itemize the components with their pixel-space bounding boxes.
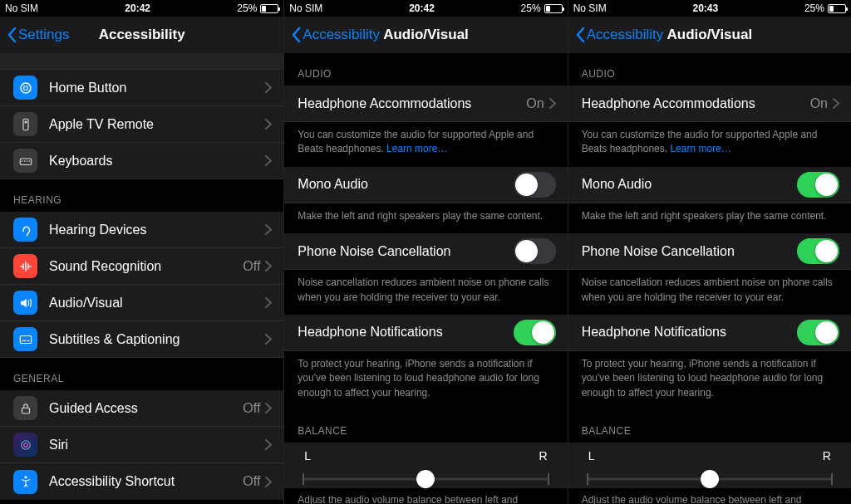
back-button[interactable]: Accessibility [291, 27, 380, 43]
learn-more-link[interactable]: Learn more… [386, 143, 447, 154]
row-label: Guided Access [49, 401, 243, 416]
settings-row-siri[interactable]: Siri [0, 427, 283, 463]
settings-row-hearing-devices[interactable]: Hearing Devices [0, 212, 283, 248]
back-button[interactable]: Settings [7, 27, 69, 43]
carrier-text: No SIM [5, 2, 38, 14]
back-label: Accessibility [303, 27, 380, 43]
svg-rect-4 [20, 159, 32, 165]
row-headphone-notifications: Headphone Notifications [568, 315, 851, 351]
footer-hn: To protect your hearing, iPhone sends a … [284, 351, 567, 410]
row-label: Keyboards [49, 154, 265, 169]
footer-headphone-accom: You can customize the audio for supporte… [284, 122, 567, 167]
headphone-notifications-toggle[interactable] [514, 320, 556, 345]
balance-left-label: L [588, 449, 595, 462]
row-label: Headphone Notifications [298, 325, 513, 340]
svg-rect-12 [22, 408, 29, 413]
svg-rect-9 [20, 335, 32, 343]
svg-point-14 [23, 443, 27, 447]
nav-bar: Settings Accessibility [0, 17, 283, 53]
accessibility-pane: No SIM 20:42 25% Settings Accessibility … [0, 0, 283, 504]
chevron-right-icon [265, 119, 272, 130]
group-header-balance: BALANCE [284, 410, 567, 443]
battery-icon [544, 4, 563, 13]
balance-slider[interactable] [587, 470, 833, 488]
row-label: Hearing Devices [49, 223, 265, 237]
balance-slider[interactable] [303, 470, 548, 488]
row-value: Off [243, 259, 260, 274]
siri-icon [13, 433, 37, 457]
row-value: Off [243, 401, 260, 416]
remote-icon [13, 112, 37, 136]
ear-icon [13, 218, 37, 242]
svg-point-3 [24, 120, 27, 123]
row-label: Mono Audio [582, 177, 797, 192]
battery-icon [260, 4, 278, 13]
footer-hn: To protect your hearing, iPhone sends a … [568, 351, 851, 410]
chevron-left-icon [291, 27, 301, 43]
row-value: On [526, 96, 544, 111]
carrier-text: No SIM [573, 2, 607, 14]
svg-rect-1 [23, 86, 27, 90]
audio-visual-pane: No SIM 20:43 25% Accessibility Audio/Vis… [568, 0, 851, 504]
settings-row-guided-access[interactable]: Guided Access Off [0, 390, 283, 427]
row-label: Mono Audio [298, 177, 513, 192]
row-label: Apple TV Remote [49, 117, 265, 132]
row-phone-noise-cancellation: Phone Noise Cancellation [568, 233, 851, 270]
clock-text: 20:42 [125, 2, 150, 14]
row-headphone-accommodations[interactable]: Headphone Accommodations On [284, 86, 567, 122]
group-header-balance: BALANCE [568, 410, 851, 443]
row-label: Siri [49, 438, 265, 453]
balance-left-label: L [304, 449, 311, 462]
phone-noise-cancellation-toggle[interactable] [514, 238, 556, 264]
group-header-general: GENERAL [0, 358, 283, 390]
settings-row-sound-recognition[interactable]: Sound Recognition Off [0, 248, 283, 285]
settings-row-subtitles-captioning[interactable]: Subtitles & Captioning [0, 321, 283, 358]
home-icon [13, 76, 37, 100]
row-label: Audio/Visual [49, 296, 265, 311]
nav-bar: Accessibility Audio/Visual [568, 17, 851, 53]
chevron-right-icon [549, 98, 556, 109]
settings-row-keyboards[interactable]: Keyboards [0, 143, 283, 179]
battery-pct: 25% [804, 2, 824, 14]
status-bar: No SIM 20:43 25% [568, 0, 851, 17]
row-mono-audio: Mono Audio [284, 167, 567, 203]
status-bar: No SIM 20:42 25% [284, 0, 567, 17]
chevron-left-icon [7, 27, 17, 43]
settings-row-home-button[interactable]: Home Button [0, 70, 283, 106]
back-button[interactable]: Accessibility [575, 27, 664, 43]
row-label: Phone Noise Cancellation [582, 244, 797, 259]
chevron-right-icon [265, 477, 272, 487]
svg-point-13 [21, 440, 30, 449]
settings-row-audio-visual[interactable]: Audio/Visual [0, 285, 283, 321]
chevron-right-icon [265, 224, 272, 235]
footer-mono-audio: Make the left and right speakers play th… [284, 203, 567, 233]
headphone-notifications-toggle[interactable] [797, 320, 839, 345]
back-label: Settings [18, 27, 69, 43]
speaker-icon [13, 291, 37, 315]
battery-pct: 25% [521, 2, 541, 14]
settings-row-accessibility-shortcut[interactable]: Accessibility Shortcut Off [0, 463, 283, 500]
row-label: Home Button [49, 81, 265, 95]
learn-more-link[interactable]: Learn more… [670, 143, 730, 154]
svg-point-0 [21, 83, 31, 93]
row-value: On [810, 96, 828, 111]
row-mono-audio: Mono Audio [568, 167, 851, 203]
row-label: Headphone Accommodations [582, 96, 810, 111]
keyboard-icon [13, 149, 37, 173]
row-headphone-accommodations[interactable]: Headphone Accommodations On [568, 86, 851, 122]
clock-text: 20:42 [409, 2, 435, 14]
chevron-right-icon [265, 297, 272, 308]
nav-bar: Accessibility Audio/Visual [284, 17, 567, 53]
chevron-right-icon [833, 98, 839, 109]
footer-pnc: Noise cancellation reduces ambient noise… [284, 270, 567, 315]
sound-wave-icon [13, 254, 37, 278]
footer-balance-truncated: Adjust the audio volume balance between … [568, 488, 851, 504]
settings-row-apple-tv-remote[interactable]: Apple TV Remote [0, 106, 283, 143]
mono-audio-toggle[interactable] [797, 172, 839, 198]
phone-noise-cancellation-toggle[interactable] [797, 238, 839, 264]
mono-audio-toggle[interactable] [514, 172, 556, 198]
footer-pnc: Noise cancellation reduces ambient noise… [568, 270, 851, 315]
captions-icon [13, 327, 37, 351]
footer-headphone-accom: You can customize the audio for supporte… [568, 122, 851, 167]
chevron-right-icon [265, 334, 272, 345]
